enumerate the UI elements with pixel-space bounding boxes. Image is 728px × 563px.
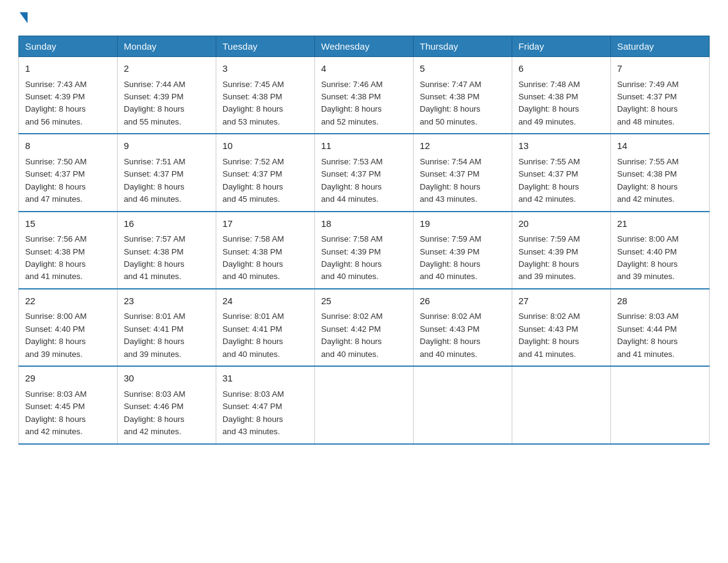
day-info: Sunrise: 7:57 AMSunset: 4:38 PMDaylight:…	[124, 233, 210, 283]
day-info: Sunrise: 8:00 AMSunset: 4:40 PMDaylight:…	[25, 310, 111, 361]
day-info: Sunrise: 7:53 AMSunset: 4:37 PMDaylight:…	[321, 156, 407, 206]
calendar-body: 1 Sunrise: 7:43 AMSunset: 4:39 PMDayligh…	[19, 57, 710, 444]
day-info: Sunrise: 7:48 AMSunset: 4:38 PMDaylight:…	[518, 79, 604, 129]
calendar-cell: 25 Sunrise: 8:02 AMSunset: 4:42 PMDaylig…	[315, 289, 414, 366]
calendar-cell: 14 Sunrise: 7:55 AMSunset: 4:38 PMDaylig…	[611, 134, 710, 211]
calendar-cell: 15 Sunrise: 7:56 AMSunset: 4:38 PMDaylig…	[19, 212, 118, 289]
weekday-header-saturday: Saturday	[611, 36, 710, 57]
day-info: Sunrise: 7:46 AMSunset: 4:38 PMDaylight:…	[321, 79, 407, 129]
day-info: Sunrise: 8:00 AMSunset: 4:40 PMDaylight:…	[617, 233, 703, 283]
calendar-cell: 3 Sunrise: 7:45 AMSunset: 4:38 PMDayligh…	[216, 57, 315, 134]
day-info: Sunrise: 8:02 AMSunset: 4:42 PMDaylight:…	[321, 310, 407, 361]
day-info: Sunrise: 7:47 AMSunset: 4:38 PMDaylight:…	[420, 79, 506, 129]
calendar-cell: 29 Sunrise: 8:03 AMSunset: 4:45 PMDaylig…	[19, 366, 118, 443]
day-number: 2	[124, 62, 210, 76]
calendar-cell: 1 Sunrise: 7:43 AMSunset: 4:39 PMDayligh…	[19, 57, 118, 134]
day-number: 18	[321, 217, 407, 231]
day-number: 23	[124, 294, 210, 308]
day-number: 28	[617, 294, 703, 308]
day-number: 27	[518, 294, 604, 308]
day-number: 14	[617, 139, 703, 153]
day-number: 11	[321, 139, 407, 153]
day-info: Sunrise: 7:55 AMSunset: 4:38 PMDaylight:…	[617, 156, 703, 206]
day-info: Sunrise: 7:56 AMSunset: 4:38 PMDaylight:…	[25, 233, 111, 283]
day-info: Sunrise: 7:55 AMSunset: 4:37 PMDaylight:…	[518, 156, 604, 206]
day-info: Sunrise: 7:49 AMSunset: 4:37 PMDaylight:…	[617, 79, 703, 129]
day-info: Sunrise: 7:52 AMSunset: 4:37 PMDaylight:…	[222, 156, 308, 206]
day-info: Sunrise: 7:43 AMSunset: 4:39 PMDaylight:…	[25, 79, 111, 129]
calendar-cell: 26 Sunrise: 8:02 AMSunset: 4:43 PMDaylig…	[414, 289, 512, 366]
weekday-header-monday: Monday	[118, 36, 216, 57]
day-info: Sunrise: 7:50 AMSunset: 4:37 PMDaylight:…	[25, 156, 111, 206]
calendar-cell: 24 Sunrise: 8:01 AMSunset: 4:41 PMDaylig…	[216, 289, 315, 366]
weekday-header-sunday: Sunday	[19, 36, 118, 57]
day-info: Sunrise: 7:59 AMSunset: 4:39 PMDaylight:…	[420, 233, 506, 283]
calendar-week-row: 22 Sunrise: 8:00 AMSunset: 4:40 PMDaylig…	[19, 289, 710, 366]
day-number: 25	[321, 294, 407, 308]
day-number: 8	[25, 139, 111, 153]
weekday-header-friday: Friday	[512, 36, 611, 57]
day-info: Sunrise: 7:58 AMSunset: 4:38 PMDaylight:…	[222, 233, 308, 283]
day-number: 21	[617, 217, 703, 231]
day-number: 15	[25, 217, 111, 231]
day-info: Sunrise: 8:03 AMSunset: 4:47 PMDaylight:…	[222, 388, 308, 439]
day-info: Sunrise: 8:03 AMSunset: 4:45 PMDaylight:…	[25, 388, 111, 439]
weekday-header-row: SundayMondayTuesdayWednesdayThursdayFrid…	[19, 36, 710, 57]
calendar-table: SundayMondayTuesdayWednesdayThursdayFrid…	[18, 36, 710, 445]
day-info: Sunrise: 7:44 AMSunset: 4:39 PMDaylight:…	[124, 79, 210, 129]
calendar-week-row: 15 Sunrise: 7:56 AMSunset: 4:38 PMDaylig…	[19, 212, 710, 289]
day-number: 26	[420, 294, 506, 308]
calendar-cell: 11 Sunrise: 7:53 AMSunset: 4:37 PMDaylig…	[315, 134, 414, 211]
day-info: Sunrise: 8:01 AMSunset: 4:41 PMDaylight:…	[222, 310, 308, 361]
calendar-cell: 6 Sunrise: 7:48 AMSunset: 4:38 PMDayligh…	[512, 57, 611, 134]
calendar-cell: 2 Sunrise: 7:44 AMSunset: 4:39 PMDayligh…	[118, 57, 216, 134]
day-number: 3	[222, 62, 308, 76]
day-number: 19	[420, 217, 506, 231]
calendar-cell: 20 Sunrise: 7:59 AMSunset: 4:39 PMDaylig…	[512, 212, 611, 289]
day-number: 9	[124, 139, 210, 153]
calendar-cell: 21 Sunrise: 8:00 AMSunset: 4:40 PMDaylig…	[611, 212, 710, 289]
calendar-cell	[315, 366, 414, 443]
logo-arrow-icon	[20, 12, 28, 23]
day-info: Sunrise: 8:02 AMSunset: 4:43 PMDaylight:…	[518, 310, 604, 361]
calendar-cell	[611, 366, 710, 443]
weekday-header-thursday: Thursday	[414, 36, 512, 57]
calendar-cell: 23 Sunrise: 8:01 AMSunset: 4:41 PMDaylig…	[118, 289, 216, 366]
day-info: Sunrise: 7:51 AMSunset: 4:37 PMDaylight:…	[124, 156, 210, 206]
day-number: 6	[518, 62, 604, 76]
day-info: Sunrise: 8:02 AMSunset: 4:43 PMDaylight:…	[420, 310, 506, 361]
day-info: Sunrise: 7:59 AMSunset: 4:39 PMDaylight:…	[518, 233, 604, 283]
calendar-cell: 13 Sunrise: 7:55 AMSunset: 4:37 PMDaylig…	[512, 134, 611, 211]
calendar-cell: 22 Sunrise: 8:00 AMSunset: 4:40 PMDaylig…	[19, 289, 118, 366]
day-info: Sunrise: 8:03 AMSunset: 4:46 PMDaylight:…	[124, 388, 210, 439]
day-number: 29	[25, 372, 111, 386]
day-number: 16	[124, 217, 210, 231]
calendar-cell: 30 Sunrise: 8:03 AMSunset: 4:46 PMDaylig…	[118, 366, 216, 443]
calendar-cell: 7 Sunrise: 7:49 AMSunset: 4:37 PMDayligh…	[611, 57, 710, 134]
calendar-cell	[414, 366, 512, 443]
calendar-header: SundayMondayTuesdayWednesdayThursdayFrid…	[19, 36, 710, 57]
calendar-cell: 4 Sunrise: 7:46 AMSunset: 4:38 PMDayligh…	[315, 57, 414, 134]
weekday-header-tuesday: Tuesday	[216, 36, 315, 57]
day-number: 30	[124, 372, 210, 386]
calendar-cell: 9 Sunrise: 7:51 AMSunset: 4:37 PMDayligh…	[118, 134, 216, 211]
day-info: Sunrise: 8:03 AMSunset: 4:44 PMDaylight:…	[617, 310, 703, 361]
day-number: 22	[25, 294, 111, 308]
day-number: 10	[222, 139, 308, 153]
weekday-header-wednesday: Wednesday	[315, 36, 414, 57]
calendar-cell: 18 Sunrise: 7:58 AMSunset: 4:39 PMDaylig…	[315, 212, 414, 289]
day-info: Sunrise: 8:01 AMSunset: 4:41 PMDaylight:…	[124, 310, 210, 361]
day-number: 24	[222, 294, 308, 308]
calendar-cell: 5 Sunrise: 7:47 AMSunset: 4:38 PMDayligh…	[414, 57, 512, 134]
logo	[18, 12, 28, 23]
calendar-cell: 19 Sunrise: 7:59 AMSunset: 4:39 PMDaylig…	[414, 212, 512, 289]
calendar-cell: 16 Sunrise: 7:57 AMSunset: 4:38 PMDaylig…	[118, 212, 216, 289]
calendar-cell: 27 Sunrise: 8:02 AMSunset: 4:43 PMDaylig…	[512, 289, 611, 366]
calendar-cell: 31 Sunrise: 8:03 AMSunset: 4:47 PMDaylig…	[216, 366, 315, 443]
day-number: 31	[222, 372, 308, 386]
day-number: 7	[617, 62, 703, 76]
day-info: Sunrise: 7:45 AMSunset: 4:38 PMDaylight:…	[222, 79, 308, 129]
calendar-week-row: 8 Sunrise: 7:50 AMSunset: 4:37 PMDayligh…	[19, 134, 710, 211]
calendar-cell: 28 Sunrise: 8:03 AMSunset: 4:44 PMDaylig…	[611, 289, 710, 366]
day-info: Sunrise: 7:54 AMSunset: 4:37 PMDaylight:…	[420, 156, 506, 206]
